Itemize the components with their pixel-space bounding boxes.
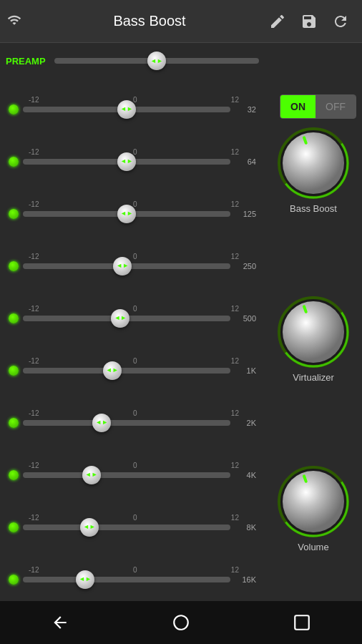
eq-thumb-8K[interactable]: ◄► [80,518,99,537]
preamp-label: PREAMP [6,56,49,67]
knob-item-virtualizer: Virtualizer [278,296,349,383]
svg-line-3 [304,137,306,143]
eq-band-16K: -12012◄►16K [6,549,259,601]
refresh-button[interactable] [326,7,355,36]
band-max-64: 12 [231,148,239,156]
eq-band-64: -12012◄►64 [6,131,259,183]
knob-label-volume: Volume [298,542,328,552]
save-button[interactable] [295,7,323,36]
thumb-arrow-500: ◄► [114,315,127,321]
header-title: Bass Boost [36,13,263,29]
band-zero-1K: 0 [133,357,137,365]
eq-band-8K: -12012◄►8K [6,497,259,549]
eq-dot-4K [9,470,19,480]
band-max-4K: 12 [231,462,239,469]
band-min-4K: -12 [29,462,39,469]
eq-dot-125 [9,209,19,219]
band-min-32: -12 [29,96,39,104]
eq-band-labels-8K: -12012 [6,514,259,522]
eq-slider-64[interactable]: ◄► [23,159,230,165]
eq-band-labels-16K: -12012 [6,566,259,574]
eq-slider-1K[interactable]: ◄► [23,368,230,374]
eq-thumb-16K[interactable]: ◄► [76,570,94,589]
band-max-32: 12 [231,96,239,104]
eq-freq-label-32: 32 [235,105,256,114]
eq-freq-label-8K: 8K [235,523,256,532]
signal-icon [7,13,21,27]
band-zero-125: 0 [133,200,137,208]
eq-thumb-2K[interactable]: ◄► [92,414,111,432]
svg-point-2 [283,132,344,194]
eq-freq-label-4K: 4K [235,471,256,479]
eq-slider-500[interactable]: ◄► [23,316,230,321]
eq-band-row-2K: ◄►2K [6,418,259,428]
eq-thumb-250[interactable]: ◄► [113,257,132,275]
header-left [7,13,36,30]
eq-slider-2K[interactable]: ◄► [23,420,230,426]
save-icon [300,13,318,30]
eq-dot-64 [9,157,19,167]
eq-thumb-1K[interactable]: ◄► [103,361,122,380]
eq-thumb-32[interactable]: ◄► [117,100,136,119]
band-min-1K: -12 [29,357,39,365]
edit-icon [269,13,286,30]
preamp-slider[interactable]: ◄► [54,58,259,64]
eq-freq-label-2K: 2K [235,419,256,427]
band-zero-8K: 0 [133,514,137,522]
eq-slider-16K[interactable]: ◄► [23,577,230,582]
band-min-125: -12 [29,200,39,208]
eq-thumb-500[interactable]: ◄► [111,309,129,328]
band-max-8K: 12 [231,514,239,522]
knob-svg-volume[interactable] [278,466,349,537]
band-max-1K: 12 [231,357,239,365]
thumb-arrow-1K: ◄► [106,367,119,374]
band-min-250: -12 [29,253,39,260]
band-max-16K: 12 [231,566,239,574]
eq-band-250: -12012◄►250 [6,235,259,288]
recent-button[interactable] [285,606,318,639]
main-area: ON OFF PREAMP ◄► -12012◄►32-12012◄►64-12… [0,43,362,601]
eq-band-row-32: ◄►32 [6,104,259,114]
eq-band-labels-250: -12012 [6,253,259,260]
thumb-arrow-2K: ◄► [95,419,108,426]
knob-svg-bass-boost[interactable] [278,127,349,199]
eq-dot-16K [9,575,19,585]
knob-label-bass-boost: Bass Boost [290,203,337,214]
eq-bands-wrapper: -12012◄►32-12012◄►64-12012◄►125-12012◄►2… [6,79,259,601]
on-button[interactable]: ON [280,95,315,118]
eq-freq-label-16K: 16K [235,575,256,584]
eq-thumb-4K[interactable]: ◄► [82,466,101,484]
eq-slider-125[interactable]: ◄► [23,211,230,217]
thumb-arrow-32: ◄► [120,106,133,112]
eq-band-2K: -12012◄►2K [6,392,259,444]
thumb-arrow-8K: ◄► [83,524,96,530]
svg-point-10 [283,471,344,532]
eq-band-row-250: ◄►250 [6,261,259,271]
eq-thumb-125[interactable]: ◄► [117,205,136,223]
eq-slider-32[interactable]: ◄► [23,107,230,112]
svg-rect-13 [295,615,309,630]
on-off-toggle[interactable]: ON OFF [280,94,356,119]
home-button[interactable] [165,606,197,639]
home-icon [172,613,190,632]
back-button[interactable] [44,606,77,639]
eq-band-row-16K: ◄►16K [6,575,259,585]
knob-svg-virtualizer[interactable] [278,296,349,368]
off-button[interactable]: OFF [315,95,356,118]
eq-slider-250[interactable]: ◄► [23,263,230,269]
eq-slider-8K[interactable]: ◄► [23,525,230,530]
edit-button[interactable] [263,7,292,36]
header-icons [263,7,355,36]
eq-band-labels-4K: -12012 [6,462,259,469]
band-min-64: -12 [29,148,39,156]
eq-thumb-64[interactable]: ◄► [117,152,136,171]
preamp-thumb[interactable]: ◄► [147,52,166,70]
eq-band-labels-500: -12012 [6,305,259,313]
band-min-16K: -12 [29,566,39,574]
eq-band-labels-1K: -12012 [6,357,259,365]
preamp-arrows: ◄► [150,58,163,64]
eq-slider-4K[interactable]: ◄► [23,472,230,478]
eq-band-row-125: ◄►125 [6,209,259,219]
knob-item-volume: Volume [278,466,349,552]
eq-dot-32 [9,104,19,114]
